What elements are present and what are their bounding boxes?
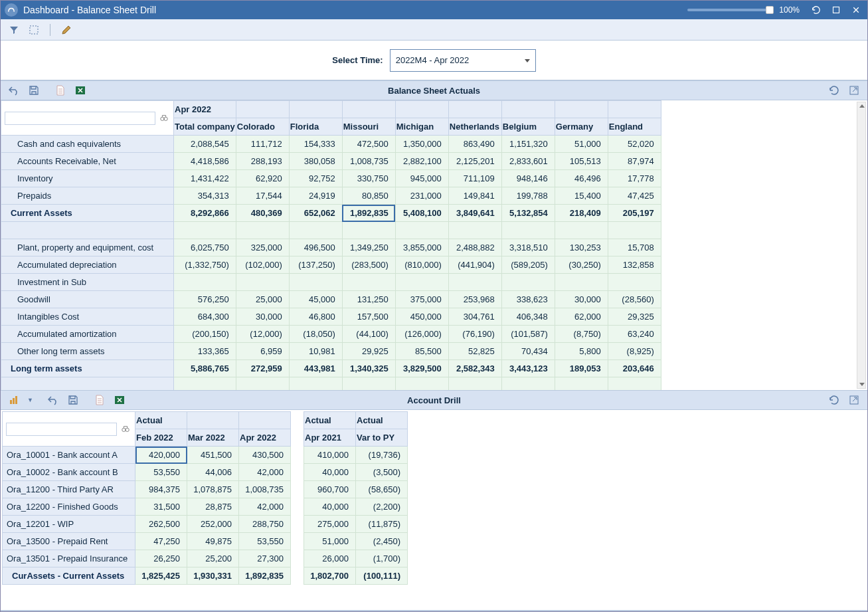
data-cell[interactable]: 133,365 [174,343,236,360]
data-cell[interactable]: 1,349,250 [342,239,395,256]
data-cell[interactable]: 354,313 [174,187,236,205]
data-cell[interactable]: 1,151,320 [501,136,555,153]
undo-icon-2[interactable] [46,393,60,407]
column-header[interactable]: England [608,118,661,136]
edit-icon[interactable] [60,23,73,37]
data-cell[interactable]: (28,560) [608,291,661,308]
selection-icon[interactable] [27,23,41,37]
data-cell[interactable]: 338,623 [501,291,555,308]
chart-mode-chevron-icon[interactable]: ▼ [27,397,33,403]
data-cell[interactable]: 42,000 [239,498,291,516]
data-cell[interactable] [555,274,608,291]
data-cell[interactable]: 443,981 [289,360,342,377]
data-cell[interactable]: 420,000 [135,447,187,464]
data-cell[interactable]: 111,712 [236,136,289,153]
row-label[interactable]: Long term assets [1,360,174,377]
data-cell[interactable]: (283,500) [342,256,395,274]
data-cell[interactable]: 1,340,325 [342,360,395,377]
data-cell[interactable]: 2,088,545 [174,136,236,153]
data-cell[interactable]: 984,375 [135,481,187,498]
data-cell[interactable]: 652,062 [289,205,342,222]
binoculars-icon[interactable] [158,112,170,124]
data-cell[interactable]: (810,000) [395,256,448,274]
data-cell[interactable]: 945,000 [395,170,448,187]
row-label[interactable]: Ora_12201 - WIP [3,516,135,533]
data-cell[interactable]: 85,500 [395,343,448,360]
row-label[interactable]: Accounts Receivable, Net [1,153,174,170]
row-label[interactable]: Cash and cash equivalents [1,136,174,153]
data-cell[interactable]: 51,000 [304,533,356,550]
maximize-icon[interactable] [829,3,843,17]
data-cell[interactable]: 684,300 [174,308,236,326]
data-cell[interactable] [342,274,395,291]
data-cell[interactable]: 2,125,201 [448,153,501,170]
data-cell[interactable]: 149,841 [448,187,501,205]
data-cell[interactable]: 4,418,586 [174,153,236,170]
data-cell[interactable]: 203,646 [608,360,661,377]
data-cell[interactable]: 288,193 [236,153,289,170]
vertical-scrollbar[interactable] [857,102,866,389]
row-label[interactable]: Current Assets [1,205,174,222]
refresh-icon[interactable] [809,3,824,17]
excel-export-icon-2[interactable] [113,393,126,407]
data-cell[interactable] [395,274,448,291]
column-header[interactable]: Colorado [236,118,289,136]
data-cell[interactable]: 3,443,123 [501,360,555,377]
data-cell[interactable]: 2,488,882 [448,239,501,256]
data-cell[interactable]: 1,892,835 [239,567,291,585]
row-label[interactable]: Ora_10001 - Bank account A [3,447,135,464]
data-cell[interactable]: 199,788 [501,187,555,205]
data-cell[interactable]: 218,409 [555,205,608,222]
data-cell[interactable]: 49,875 [187,533,239,550]
data-cell[interactable]: 45,000 [289,291,342,308]
data-cell[interactable]: 2,833,601 [501,153,555,170]
data-cell[interactable]: 406,348 [501,308,555,326]
filter-icon[interactable] [7,23,21,37]
data-cell[interactable]: 325,000 [236,239,289,256]
column-header[interactable]: Florida [289,118,342,136]
document-icon[interactable] [54,84,67,97]
grid2-search-input[interactable] [6,423,117,436]
data-cell[interactable]: 1,930,331 [187,567,239,585]
data-cell[interactable]: (100,111) [356,567,408,585]
data-cell[interactable] [289,274,342,291]
data-cell[interactable]: 380,058 [289,153,342,170]
row-label[interactable]: Accumulated depreciation [1,256,174,274]
row-label[interactable]: Inventory [1,170,174,187]
data-cell[interactable]: 960,700 [304,481,356,498]
data-cell[interactable]: 3,318,510 [501,239,555,256]
data-cell[interactable]: 15,400 [555,187,608,205]
row-label[interactable]: Accumulated amortization [1,326,174,343]
data-cell[interactable]: 6,025,750 [174,239,236,256]
data-cell[interactable]: 3,849,641 [448,205,501,222]
row-label[interactable]: Goodwill [1,291,174,308]
row-label[interactable]: Intangibles Cost [1,308,174,326]
column-header[interactable]: Belgium [501,118,555,136]
data-cell[interactable]: 451,500 [187,447,239,464]
data-cell[interactable] [174,274,236,291]
data-cell[interactable]: 2,582,343 [448,360,501,377]
data-cell[interactable]: 30,000 [555,291,608,308]
balance-sheet-grid[interactable]: Apr 2022Total companyColoradoFloridaMiss… [1,100,867,390]
close-icon[interactable] [849,3,863,17]
data-cell[interactable]: (1,332,750) [174,256,236,274]
data-cell[interactable]: (18,050) [289,326,342,343]
data-cell[interactable]: 576,250 [174,291,236,308]
data-cell[interactable]: 252,000 [187,516,239,533]
data-cell[interactable]: 62,000 [555,308,608,326]
data-cell[interactable]: (44,100) [342,326,395,343]
data-cell[interactable]: (2,200) [356,498,408,516]
data-cell[interactable]: 47,250 [135,533,187,550]
column-header[interactable]: Netherlands [448,118,501,136]
data-cell[interactable]: 1,008,735 [239,481,291,498]
data-cell[interactable]: 46,800 [289,308,342,326]
data-cell[interactable]: (126,000) [395,326,448,343]
data-cell[interactable]: 40,000 [304,464,356,481]
data-cell[interactable]: 25,200 [187,550,239,567]
column-header[interactable]: Missouri [342,118,395,136]
data-cell[interactable]: 304,761 [448,308,501,326]
data-cell[interactable]: 231,000 [395,187,448,205]
data-cell[interactable]: (58,650) [356,481,408,498]
data-cell[interactable]: 1,078,875 [187,481,239,498]
chart-mode-icon[interactable] [7,393,21,407]
